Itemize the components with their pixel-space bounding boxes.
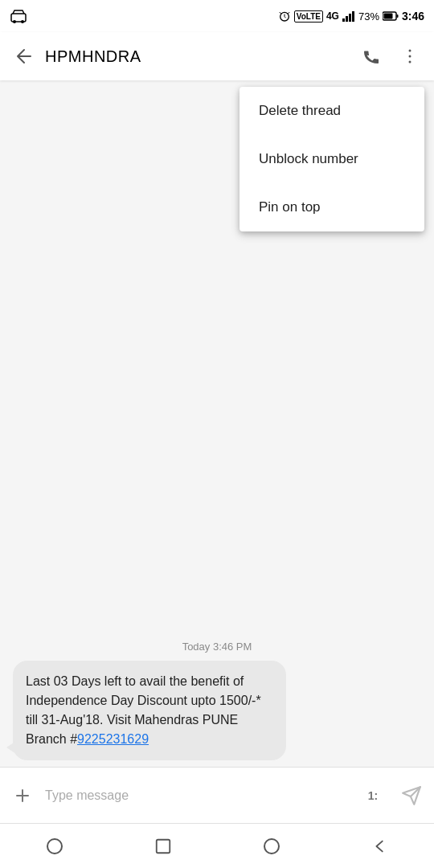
navigation-bar bbox=[0, 823, 434, 868]
message-link[interactable]: 9225231629 bbox=[77, 732, 149, 746]
add-icon bbox=[13, 786, 32, 805]
message-timestamp: Today 3:46 PM bbox=[13, 641, 421, 653]
status-right-icons: VoLTE 4G 73% 3:46 bbox=[278, 10, 424, 23]
status-left-icons bbox=[10, 9, 27, 23]
back-nav-button[interactable] bbox=[252, 827, 291, 866]
svg-point-16 bbox=[47, 839, 62, 854]
context-menu: Delete thread Unblock number Pin on top bbox=[240, 87, 424, 231]
svg-point-11 bbox=[409, 50, 411, 52]
pin-on-top-item[interactable]: Pin on top bbox=[240, 183, 424, 231]
svg-point-2 bbox=[21, 20, 24, 23]
svg-point-13 bbox=[409, 61, 411, 63]
input-bar: 1: bbox=[0, 767, 434, 823]
message-input[interactable] bbox=[45, 778, 350, 813]
alarm-icon bbox=[278, 10, 291, 23]
app-bar-actions bbox=[354, 39, 428, 74]
svg-point-18 bbox=[264, 839, 279, 854]
status-bar: VoLTE 4G 73% 3:46 bbox=[0, 0, 434, 32]
network-type: 4G bbox=[326, 10, 339, 22]
call-icon bbox=[362, 47, 381, 66]
svg-point-1 bbox=[13, 20, 16, 23]
add-attachment-button[interactable] bbox=[6, 780, 39, 812]
app-bar: HPMHNDRA bbox=[0, 32, 434, 80]
svg-rect-4 bbox=[342, 18, 345, 22]
svg-point-12 bbox=[409, 55, 411, 58]
messages-container: Delete thread Unblock number Pin on top … bbox=[0, 80, 434, 767]
svg-rect-17 bbox=[156, 839, 170, 853]
delete-thread-item[interactable]: Delete thread bbox=[240, 87, 424, 135]
notification-icon bbox=[10, 9, 27, 23]
circle-nav-icon bbox=[45, 837, 64, 856]
back-arrow-icon bbox=[14, 47, 34, 66]
home-nav-button[interactable] bbox=[144, 827, 182, 866]
gesture-back-button[interactable] bbox=[361, 827, 399, 866]
clock-time: 3:46 bbox=[402, 10, 424, 23]
messages-list: Today 3:46 PM Last 03 Days left to avail… bbox=[0, 631, 434, 767]
call-button[interactable] bbox=[354, 39, 389, 74]
more-options-button[interactable] bbox=[392, 39, 428, 74]
svg-rect-6 bbox=[349, 14, 351, 22]
svg-rect-7 bbox=[352, 11, 354, 22]
send-button[interactable] bbox=[395, 780, 428, 812]
svg-rect-5 bbox=[346, 16, 348, 22]
back-triangle-icon bbox=[371, 837, 389, 855]
unblock-number-item[interactable]: Unblock number bbox=[240, 135, 424, 183]
battery-icon bbox=[383, 11, 399, 21]
bubble-tail bbox=[6, 741, 16, 754]
received-message-bubble: Last 03 Days left to avail the benefit o… bbox=[13, 661, 286, 760]
back-button[interactable] bbox=[6, 39, 42, 74]
square-nav-icon bbox=[154, 837, 172, 855]
emoji-button[interactable]: 1: bbox=[357, 780, 389, 812]
volte-badge: VoLTE bbox=[294, 10, 323, 23]
recents-nav-button[interactable] bbox=[35, 827, 74, 866]
more-vertical-icon bbox=[400, 47, 420, 66]
battery-percent: 73% bbox=[358, 10, 379, 23]
send-icon bbox=[401, 785, 422, 806]
signal-icon bbox=[342, 10, 355, 22]
svg-rect-10 bbox=[396, 14, 398, 18]
conversation-title: HPMHNDRA bbox=[45, 47, 354, 66]
svg-rect-9 bbox=[383, 14, 392, 19]
emoji-label: 1: bbox=[368, 789, 378, 802]
home-nav-icon bbox=[262, 837, 281, 856]
